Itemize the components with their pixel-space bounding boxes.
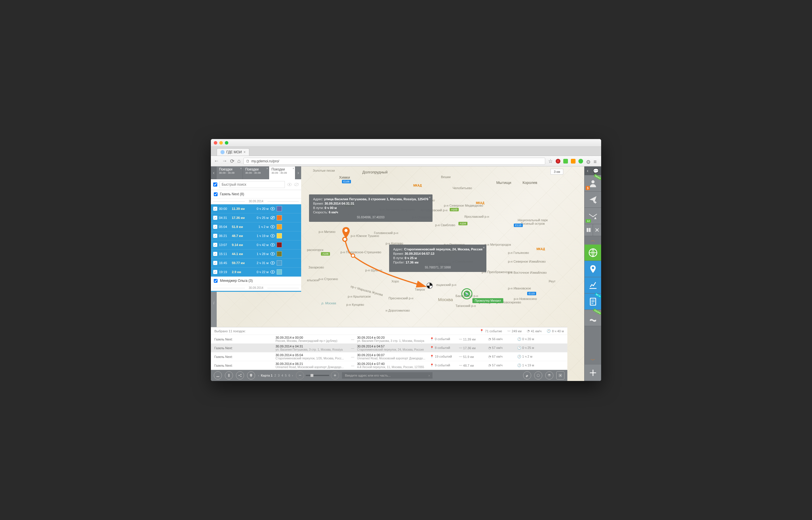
group-checkbox[interactable]: [214, 279, 218, 283]
trip-checkbox[interactable]: ✓: [213, 207, 217, 211]
docs-button[interactable]: СКОРО: [585, 310, 601, 326]
zoom-slider[interactable]: [306, 375, 329, 376]
table-row[interactable]: Газель Next: 30.09.2014 в 06:21Unnamed R…: [211, 361, 567, 370]
tab-close-icon[interactable]: ×: [244, 150, 246, 154]
pager-next[interactable]: ›: [292, 374, 293, 377]
color-swatch[interactable]: [277, 224, 282, 229]
search-go-icon[interactable]: ›: [428, 374, 429, 377]
tab-close-icon[interactable]: ×: [267, 167, 268, 170]
panel-tab[interactable]: Поездки30.09 - 30.09×: [217, 166, 243, 179]
traffic-light-button[interactable]: [225, 371, 233, 380]
map-mode-button[interactable]: [585, 244, 601, 261]
layers-button[interactable]: [545, 371, 553, 380]
minimize-window-button[interactable]: [219, 141, 223, 145]
settings-gear-icon[interactable]: ⚙: [586, 159, 591, 163]
menu-icon[interactable]: ≡: [593, 159, 598, 163]
trip-checkbox[interactable]: ✓: [213, 243, 217, 247]
close-window-button[interactable]: [214, 141, 217, 145]
add-widget-button[interactable]: [585, 365, 601, 381]
ext-icon-3[interactable]: [571, 159, 576, 163]
zoom-in-button[interactable]: +: [331, 371, 339, 380]
bookmark-star-icon[interactable]: ☆: [548, 158, 553, 164]
trip-row[interactable]: ✓ 16:45 59.77 км 2 ч 31 м: [211, 259, 301, 267]
tooltip-close-icon[interactable]: ×: [429, 196, 430, 199]
reports-button[interactable]: BETA: [585, 293, 601, 310]
info-icon[interactable]: i: [213, 301, 214, 305]
page-link[interactable]: 2: [274, 374, 276, 377]
trip-row[interactable]: ✓ 00:00 11.39 км 0 ч 20 м: [211, 204, 301, 213]
places-button[interactable]: [585, 261, 601, 277]
forward-button[interactable]: →: [222, 158, 227, 164]
geo-pin-button[interactable]: [247, 371, 255, 380]
table-row[interactable]: Газель Next: 30.09.2014 в 04:31ул. Васил…: [211, 344, 567, 353]
color-swatch[interactable]: [277, 260, 282, 265]
show-all-icon[interactable]: [287, 183, 292, 186]
grid-button[interactable]: [585, 224, 593, 236]
visibility-icon[interactable]: [270, 243, 275, 246]
account-button[interactable]: DEMO $: [585, 175, 601, 191]
address-search[interactable]: Введите адрес или его часть... ›: [342, 372, 432, 379]
traffic-lights[interactable]: [214, 141, 228, 145]
page-link[interactable]: 4: [281, 374, 283, 377]
ruler-button[interactable]: [214, 371, 222, 380]
panel-tab[interactable]: Поездки30.09 - 30.09×: [243, 166, 269, 179]
quick-search-input[interactable]: [220, 181, 285, 188]
trip-row[interactable]: ✓ 05:04 51.9 км 1 ч 2 м: [211, 223, 301, 231]
manager-group[interactable]: Менеджер Ольга (3): [211, 277, 301, 285]
scroll-down-icon[interactable]: ﹀: [585, 356, 601, 365]
color-swatch[interactable]: [277, 233, 282, 238]
ext-icon-1[interactable]: [556, 159, 560, 163]
table-row[interactable]: Газель Next: 30.09.2014 в 00:00Россия, М…: [211, 335, 567, 344]
trip-checkbox[interactable]: ✓: [213, 270, 217, 274]
color-swatch[interactable]: [277, 269, 282, 275]
tabs-prev-button[interactable]: ‹: [211, 166, 217, 179]
eraser-button[interactable]: [523, 371, 531, 380]
page-active[interactable]: Карта 1: [261, 374, 273, 377]
visibility-icon[interactable]: [270, 225, 275, 229]
visibility-icon[interactable]: [270, 261, 275, 265]
collapse-icon[interactable]: ‹: [587, 168, 588, 174]
table-row[interactable]: Газель Next: 30.09.2014 в 05:04Старопиме…: [211, 353, 567, 361]
tooltip-close-icon[interactable]: ×: [483, 246, 485, 249]
trip-row[interactable]: ✓ 06:21 48.7 км 1 ч 19 м: [211, 231, 301, 240]
vehicle-group[interactable]: Газель Next (8): [211, 190, 301, 199]
start-pin[interactable]: [342, 227, 350, 238]
trip-checkbox[interactable]: ✓: [213, 261, 217, 265]
page-link[interactable]: 6: [288, 374, 290, 377]
visibility-icon[interactable]: [270, 207, 275, 210]
add-tracker-button[interactable]: [585, 191, 601, 208]
finish-marker[interactable]: [426, 282, 433, 289]
trip-checkbox[interactable]: ✓: [213, 252, 217, 256]
browser-tab[interactable]: ГДЕ МОИ ×: [217, 148, 249, 156]
visibility-icon[interactable]: [270, 252, 275, 256]
share-button[interactable]: [236, 371, 244, 380]
trip-row[interactable]: ✓ 13:07 9.14 км 0 ч 42 м: [211, 240, 301, 250]
hide-all-icon[interactable]: [294, 183, 299, 186]
ext-icon-2[interactable]: [563, 159, 568, 163]
page-link[interactable]: 5: [285, 374, 287, 377]
maximize-window-button[interactable]: [225, 141, 228, 145]
trip-checkbox[interactable]: ✓: [213, 225, 217, 229]
close-panel-button[interactable]: [593, 224, 601, 236]
zoom-out-button[interactable]: −: [296, 371, 304, 380]
object-label[interactable]: Промоутер Михаил: [472, 298, 503, 303]
color-swatch[interactable]: [277, 251, 282, 257]
map-canvas[interactable]: Долгопрудный Мытищи Королев Химки Москва…: [211, 166, 584, 381]
select-all-checkbox[interactable]: [213, 182, 217, 186]
color-swatch[interactable]: [277, 206, 282, 211]
trip-row[interactable]: ✓ 15:11 44.1 км 1 ч 28 м: [211, 250, 301, 259]
trip-checkbox[interactable]: ✓: [213, 234, 217, 238]
fullscreen-button[interactable]: [556, 371, 564, 380]
tabs-next-button[interactable]: ›: [295, 166, 301, 179]
url-field[interactable]: 🗋 my.gdemoi.ru/pro/: [244, 158, 545, 165]
trip-row[interactable]: ✓ 04:31 17.36 км 0 ч 25 м: [211, 213, 301, 223]
reload-button[interactable]: ⟳: [230, 158, 234, 164]
visibility-icon[interactable]: [270, 234, 275, 238]
back-button[interactable]: ←: [214, 158, 219, 164]
trip-checkbox[interactable]: ✓: [213, 216, 217, 220]
tab-close-icon[interactable]: ×: [293, 167, 294, 170]
ext-icon-4[interactable]: [579, 159, 583, 163]
group-checkbox[interactable]: [214, 192, 218, 196]
trip-row[interactable]: ✓ 19:19 2.9 км 0 ч 22 м: [211, 267, 301, 277]
pager-prev[interactable]: ‹: [258, 374, 259, 377]
